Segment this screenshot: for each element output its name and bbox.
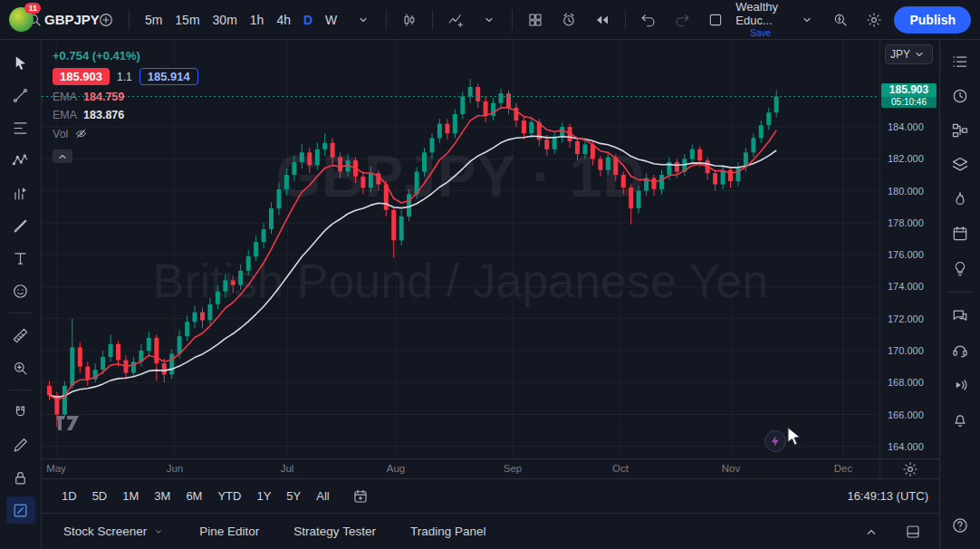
- layout-menu-caret[interactable]: [793, 6, 821, 34]
- tool-magnet[interactable]: [6, 399, 35, 426]
- range-6m[interactable]: 6M: [178, 486, 209, 506]
- alert-button[interactable]: [555, 6, 582, 34]
- interval-1h[interactable]: 1h: [244, 7, 271, 33]
- interval-menu-button[interactable]: [350, 6, 377, 34]
- bar-replay-button[interactable]: [589, 6, 616, 34]
- indicators-menu-button[interactable]: [476, 6, 503, 34]
- tool-forecast[interactable]: [6, 179, 35, 207]
- multichart-layout-button[interactable]: [522, 6, 549, 34]
- range-5d[interactable]: 5D: [85, 486, 115, 506]
- flash-icon[interactable]: [764, 430, 786, 452]
- axis-settings-corner[interactable]: [879, 458, 939, 478]
- tradingview-logo[interactable]: [56, 415, 80, 435]
- zoom-icon: [12, 360, 29, 377]
- chevron-up-icon: [54, 149, 71, 165]
- replay-icon: [594, 12, 610, 28]
- interval-30m[interactable]: 30m: [207, 7, 244, 33]
- symbol-search-button[interactable]: GBPJPY: [40, 6, 86, 34]
- brush-icon: [12, 217, 29, 235]
- candlestick-icon: [401, 12, 418, 28]
- sell-button[interactable]: 185.903: [53, 68, 110, 85]
- tool-trend-line[interactable]: [6, 82, 35, 109]
- redo-icon: [674, 12, 690, 28]
- maximize-panel-icon: [905, 524, 921, 540]
- tab-pine-editor[interactable]: Pine Editor: [199, 525, 259, 538]
- save-label[interactable]: Save: [750, 28, 771, 39]
- support-icon: [951, 342, 969, 360]
- indicator-row-2[interactable]: Vol: [53, 127, 198, 140]
- data-window-icon: [951, 156, 969, 174]
- compare-add-button[interactable]: [92, 6, 120, 34]
- buy-button[interactable]: 185.914: [139, 68, 198, 85]
- chart-style-button[interactable]: [396, 6, 423, 34]
- interval-5m[interactable]: 5m: [139, 7, 168, 33]
- tool-edit[interactable]: [6, 431, 35, 458]
- tool-measure[interactable]: [6, 322, 35, 349]
- range-3m[interactable]: 3M: [147, 486, 178, 506]
- tool-zoom[interactable]: [6, 354, 35, 381]
- streams-button[interactable]: [946, 372, 974, 398]
- watchlist-button[interactable]: [946, 49, 974, 74]
- time-axis[interactable]: MayJunJulAugSepOctNovDec: [42, 458, 879, 478]
- tool-drawings-panel[interactable]: [6, 496, 35, 524]
- range-ytd[interactable]: YTD: [210, 486, 248, 506]
- range-1m[interactable]: 1M: [115, 486, 146, 506]
- maximize-panel-button[interactable]: [899, 518, 927, 545]
- range-all[interactable]: All: [309, 486, 336, 506]
- notifications-button[interactable]: [946, 407, 974, 432]
- quick-search-button[interactable]: [827, 6, 854, 34]
- range-5y[interactable]: 5Y: [279, 486, 308, 506]
- tool-text[interactable]: [6, 245, 35, 272]
- object-tree-button[interactable]: [946, 118, 974, 143]
- price-tick: 184.000: [888, 121, 924, 132]
- open-panel-button[interactable]: [858, 518, 885, 545]
- interval-w[interactable]: W: [319, 7, 343, 33]
- tool-brush[interactable]: [6, 212, 35, 239]
- interval-15m[interactable]: 15m: [168, 7, 206, 33]
- currency-dropdown[interactable]: JPY: [885, 44, 933, 64]
- interval-d[interactable]: D: [297, 7, 319, 33]
- interval-4h[interactable]: 4h: [270, 7, 297, 33]
- calendar-button[interactable]: [946, 221, 974, 246]
- chevron-down-icon: [911, 46, 927, 63]
- tab-strategy-tester[interactable]: Strategy Tester: [293, 525, 376, 538]
- settings-button[interactable]: [860, 6, 888, 34]
- xabcd-pattern-icon: [12, 152, 29, 169]
- redo-button[interactable]: [668, 6, 696, 34]
- chevron-down-icon: [481, 12, 497, 28]
- user-avatar[interactable]: 11: [9, 7, 34, 32]
- goto-date-button[interactable]: [347, 483, 374, 510]
- eye-off-icon[interactable]: [74, 127, 88, 140]
- tool-fib-retracement[interactable]: [6, 114, 35, 141]
- publish-button[interactable]: Publish: [894, 6, 971, 34]
- indicator-row-1[interactable]: EMA183.876: [53, 109, 198, 121]
- layout-box-button[interactable]: [702, 6, 729, 34]
- tab-stock-screener[interactable]: Stock Screener: [63, 525, 165, 538]
- tool-lock[interactable]: [6, 464, 35, 491]
- layout-name: Wealthy Educ...: [735, 1, 787, 28]
- chart-plot-area[interactable]: GBPJPY · 1D British Pound / Japanese Yen…: [42, 40, 879, 458]
- ideas-button[interactable]: [946, 255, 974, 281]
- tool-cursor[interactable]: [6, 49, 35, 76]
- price-tick: 178.000: [888, 217, 924, 228]
- layout-menu[interactable]: Wealthy Educ... Save: [735, 1, 787, 38]
- range-1d[interactable]: 1D: [54, 486, 84, 506]
- tool-emoji[interactable]: [6, 277, 35, 304]
- help-button[interactable]: [946, 513, 974, 538]
- undo-button[interactable]: [635, 6, 662, 34]
- support-button[interactable]: [946, 338, 974, 363]
- legend-collapse-button[interactable]: [53, 149, 72, 163]
- hotlist-button[interactable]: [946, 187, 974, 212]
- last-price-value: 185.903: [881, 84, 937, 97]
- indicator-row-0[interactable]: EMA184.759: [53, 91, 198, 103]
- alerts-button[interactable]: [946, 83, 974, 109]
- chat-button[interactable]: [946, 303, 974, 329]
- price-axis[interactable]: JPY 185.903 05:10:46 184.000182.000180.0…: [879, 40, 939, 458]
- range-1y[interactable]: 1Y: [249, 486, 278, 506]
- tab-trading-panel[interactable]: Trading Panel: [410, 525, 486, 538]
- tool-xabcd-pattern[interactable]: [6, 147, 35, 174]
- utc-clock[interactable]: 16:49:13 (UTC): [847, 489, 928, 503]
- chart-region: GBPJPY · 1D British Pound / Japanese Yen…: [42, 40, 939, 478]
- indicators-button[interactable]: [442, 6, 469, 34]
- data-window-button[interactable]: [946, 152, 974, 178]
